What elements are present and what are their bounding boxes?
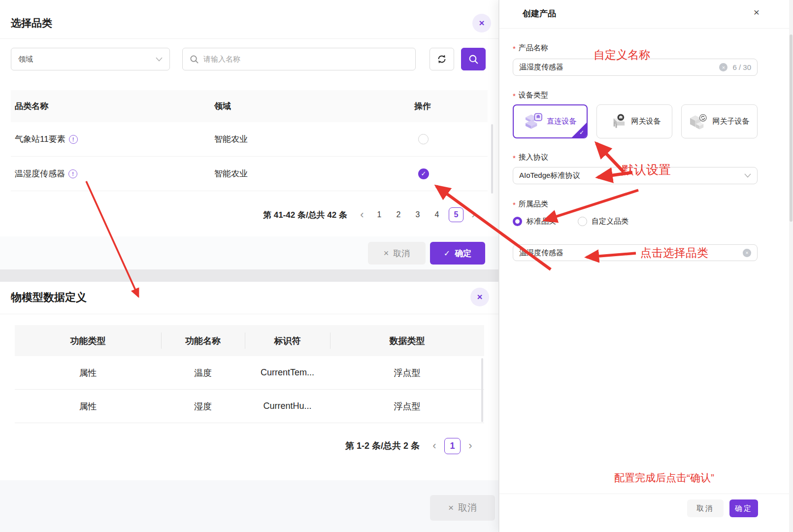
close-icon: × — [384, 248, 389, 259]
close-icon[interactable]: × — [754, 6, 760, 18]
function-type: 属性 — [15, 356, 161, 389]
page-2[interactable]: 2 — [391, 207, 406, 222]
confirm-label: 确定 — [455, 248, 471, 259]
domain-select-value: 领域 — [18, 55, 156, 64]
refresh-icon — [436, 54, 447, 65]
category-domain: 智能农业 — [210, 168, 406, 179]
clear-icon[interactable]: × — [719, 63, 727, 71]
identifier: CurrentHu... — [245, 390, 330, 423]
create-product-drawer: 创建产品 × * 产品名称 温湿度传感器 × 6 / 30 * 设备类型 直连设… — [499, 0, 793, 532]
page-1[interactable]: 1 — [372, 207, 387, 222]
search-placeholder: 请输入名称 — [203, 55, 240, 64]
search-input[interactable]: 请输入名称 — [182, 48, 416, 70]
pagination-summary: 第 41-42 条/总共 42 条 — [263, 209, 347, 221]
modal-footer: × 取消 — [0, 480, 498, 532]
confirm-button[interactable]: ✓ 确定 — [430, 242, 485, 265]
category-name: 温湿度传感器 — [15, 168, 65, 179]
product-name-label: * 产品名称 — [513, 43, 548, 53]
search-button[interactable] — [461, 48, 486, 70]
cancel-label: 取消 — [393, 248, 410, 259]
check-icon: ✓ — [444, 249, 450, 258]
datatype: 浮点型 — [330, 390, 484, 423]
device-type-direct-card[interactable]: 直连设备 ✓ — [513, 104, 588, 138]
device-type-option-label: 网关子设备 — [713, 117, 750, 126]
close-icon[interactable]: × — [472, 14, 491, 33]
category-value: 温湿度传感器 — [519, 248, 563, 258]
annotation-custom-name: 自定义名称 — [594, 47, 650, 63]
thing-model-table: 功能类型 功能名称 标识符 数据类型 属性 温度 CurrentTem... 浮… — [15, 325, 484, 423]
drawer-scrollbar[interactable] — [789, 0, 793, 532]
next-page-icon[interactable]: › — [468, 209, 479, 220]
cancel-button[interactable]: × 取消 — [368, 242, 426, 265]
row-radio-unselected[interactable] — [418, 134, 429, 144]
standard-category-label: 标准品类 — [527, 217, 556, 226]
prev-page-icon[interactable]: ‹ — [429, 440, 440, 451]
col-header-datatype: 数据类型 — [330, 325, 484, 356]
selected-corner-check-icon: ✓ — [572, 123, 587, 137]
col-header-function-type: 功能类型 — [15, 325, 161, 356]
domain-select[interactable]: 领域 — [11, 48, 170, 70]
table-row: 气象站11要素 ! 智能农业 — [11, 122, 488, 157]
col-header-name: 品类名称 — [11, 100, 210, 112]
table-row: 属性 湿度 CurrentHu... 浮点型 — [15, 390, 484, 423]
modal-footer: × 取消 ✓ 确定 — [0, 236, 498, 269]
col-header-identifier: 标识符 — [245, 325, 330, 356]
page-1-current[interactable]: 1 — [444, 438, 461, 454]
required-asterisk: * — [513, 200, 516, 209]
required-asterisk: * — [513, 92, 516, 100]
info-icon[interactable]: ! — [68, 169, 77, 178]
identifier: CurrentTem... — [245, 356, 330, 389]
product-name-value: 温湿度传感器 — [519, 63, 563, 72]
custom-category-radio[interactable] — [578, 217, 587, 226]
annotation-after-config: 配置完成后点击“确认” — [614, 471, 714, 485]
standard-category-radio[interactable] — [513, 217, 522, 226]
device-type-option-label: 网关设备 — [631, 117, 661, 126]
modal-title: 物模型数据定义 — [11, 290, 87, 305]
device-type-label: * 设备类型 — [513, 91, 548, 100]
page-4[interactable]: 4 — [430, 207, 444, 222]
function-type: 属性 — [15, 390, 161, 423]
confirm-button[interactable]: 确定 — [729, 499, 758, 517]
cancel-button[interactable]: × 取消 — [430, 495, 495, 521]
table-scrollbar[interactable] — [491, 124, 493, 194]
cancel-button[interactable]: 取消 — [687, 499, 724, 517]
cancel-label: 取消 — [458, 501, 477, 514]
device-type-gateway-card[interactable]: 网关设备 — [596, 104, 672, 138]
gateway-sub-device-icon — [690, 113, 708, 130]
category-select-input[interactable]: 温湿度传感器 × — [513, 244, 758, 261]
category-name: 气象站11要素 — [15, 133, 66, 145]
info-icon[interactable]: ! — [69, 135, 78, 144]
datatype: 浮点型 — [330, 356, 484, 389]
annotation-click-select-category: 点击选择品类 — [640, 245, 708, 261]
close-icon[interactable]: × — [470, 288, 489, 306]
page-3[interactable]: 3 — [410, 207, 425, 222]
page-5-current[interactable]: 5 — [449, 207, 463, 222]
pagination-summary: 第 1-2 条/总共 2 条 — [345, 440, 420, 452]
category-label: * 所属品类 — [513, 200, 548, 209]
device-type-gateway-sub-card[interactable]: 网关子设备 — [681, 104, 758, 138]
category-table: 品类名称 领域 操作 气象站11要素 ! 智能农业 温湿度传感器 ! 智能农业 … — [11, 90, 488, 191]
thing-model-table-header: 功能类型 功能名称 标识符 数据类型 — [15, 325, 484, 356]
row-radio-selected[interactable]: ✓ — [418, 168, 429, 179]
table-row: 温湿度传感器 ! 智能农业 ✓ — [11, 157, 488, 191]
table-scrollbar[interactable] — [481, 358, 483, 422]
category-radio-group: 标准品类 自定义品类 — [513, 217, 628, 226]
category-table-header: 品类名称 领域 操作 — [11, 90, 488, 122]
function-name: 温度 — [161, 356, 245, 389]
char-counter: 6 / 30 — [732, 63, 751, 71]
search-icon — [190, 55, 199, 64]
chevron-down-icon — [156, 57, 163, 62]
category-domain: 智能农业 — [210, 133, 406, 145]
pagination: 第 41-42 条/总共 42 条 ‹ 1 2 3 4 5 › — [263, 203, 479, 227]
required-asterisk: * — [513, 154, 516, 162]
direct-device-icon — [524, 113, 542, 130]
custom-category-label: 自定义品类 — [592, 217, 628, 226]
protocol-label: * 接入协议 — [513, 153, 548, 162]
chevron-down-icon — [744, 173, 751, 178]
next-page-icon[interactable]: › — [465, 440, 476, 451]
refresh-button[interactable] — [430, 48, 454, 70]
prev-page-icon[interactable]: ‹ — [357, 209, 367, 220]
col-header-action: 操作 — [406, 100, 488, 112]
required-asterisk: * — [513, 44, 516, 53]
clear-icon[interactable]: × — [743, 249, 751, 257]
